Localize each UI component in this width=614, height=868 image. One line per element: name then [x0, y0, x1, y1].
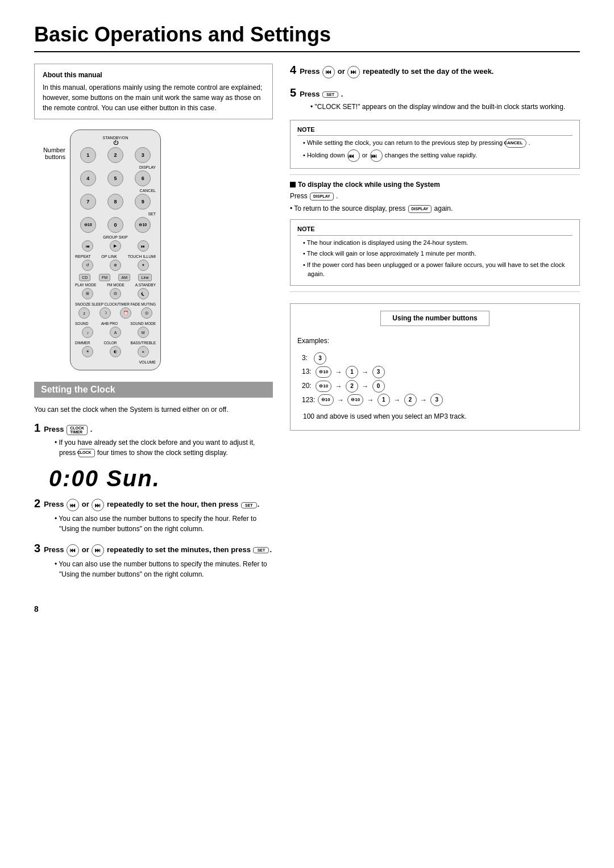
btn-fade: ◎ — [141, 307, 152, 319]
arrow-7: → — [393, 396, 400, 404]
volume-label: VOLUME — [75, 360, 156, 364]
set-label-remote: SET — [75, 212, 156, 216]
btn-astandby: ⏾ — [138, 288, 149, 299]
step-1: 1 Press CLOCKTIMER . • If you have alrea… — [34, 422, 273, 458]
sleep-label: SLEEP — [92, 302, 103, 306]
next-btn-inline-2: ⏭ — [92, 544, 104, 557]
note-2-line-2: • The clock will gain or lose approximat… — [303, 249, 572, 258]
color-label: COLOR — [103, 341, 117, 345]
setting-clock-intro: You can set the clock when the System is… — [34, 404, 273, 415]
step-1-bullet: • If you have already set the clock befo… — [55, 437, 273, 458]
arrow-4: → — [362, 382, 368, 390]
btn-10b: ⊖10 — [135, 217, 151, 233]
number-buttons-grid: 1 2 3 — [75, 147, 156, 163]
clock-timer-btn-inline: CLOCKTIMER — [67, 425, 88, 435]
arrow-8: → — [420, 396, 427, 404]
btn-circle-10c: ⊖10 — [318, 394, 334, 406]
extra-row-5: ☀ ◐ ≡ — [75, 346, 156, 358]
prev-btn-inline-2: ⏮ — [67, 544, 79, 557]
step-3-body: • You can also use the number buttons to… — [49, 559, 273, 579]
btn-circle-0a: 0 — [372, 380, 385, 393]
example-row-3: 3: 3 — [302, 351, 572, 365]
btn-clock: ⏰ — [120, 307, 131, 319]
prev-btn-note: ⏮ — [347, 149, 360, 162]
step-1-header: 1 Press CLOCKTIMER . — [34, 422, 273, 435]
set-btn-inline: SET — [241, 502, 257, 508]
note-title-2: NOTE — [297, 224, 572, 236]
group-skip-label: GROUP SKIP — [75, 235, 156, 239]
btn-cd: CD — [79, 274, 90, 281]
display-clock-section: To display the clock while using the Sys… — [290, 181, 580, 214]
num-box-title-wrap: Using the number buttons — [297, 311, 572, 331]
btn-circle-1a: 1 — [346, 366, 358, 378]
step-5: 5 Press SET . • "CLOCK SET!" appears on … — [290, 86, 580, 112]
about-box: About this manual In this manual, operat… — [34, 64, 273, 119]
step-3-header: 3 Press ⏮ or ⏭ repeatedly to set the min… — [34, 542, 273, 557]
number-buttons-grid-4: ⊖10 0 ⊖10 — [75, 217, 156, 233]
btn-0: 0 — [107, 217, 123, 233]
step-4: 4 Press ⏮ or ⏭ repeatedly to set the day… — [290, 64, 580, 78]
btn-dimmer: ☀ — [82, 346, 93, 357]
clock-display: 0:00 Sun. — [49, 466, 273, 491]
soundmode-label: SOUND MODE — [130, 322, 156, 326]
btn-sound: ♪ — [82, 327, 93, 338]
snooze-label: SNOOZE — [75, 302, 90, 306]
dimmer-label: DIMMER — [75, 341, 90, 345]
step-4-header: 4 Press ⏮ or ⏭ repeatedly to set the day… — [290, 64, 580, 78]
prev-btn-4: ⏮ — [322, 66, 335, 78]
op-link-label: OP LINK — [101, 254, 117, 258]
note-title-1: NOTE — [297, 125, 572, 136]
display-clock-text2: • To return to the source display, press… — [290, 203, 580, 214]
note-2-line-1: • The hour indication is displayed using… — [303, 238, 572, 248]
extra-row-1: ↺ ⊕ ✦ — [75, 260, 156, 272]
display-btn: DISPLAY — [310, 193, 334, 201]
step-2-body: • You can also use the number buttons to… — [49, 514, 273, 534]
btn-circle-10d: ⊖10 — [347, 394, 363, 406]
left-column: About this manual In this manual, operat… — [34, 64, 273, 587]
btn-circle-10b: ⊖10 — [316, 381, 331, 392]
set-btn-5: SET — [322, 91, 338, 98]
btn-prev: ⏮ — [82, 240, 93, 252]
step-5-body: • "CLOCK SET!" appears on the display wi… — [305, 102, 580, 112]
btn-soundmode: M — [138, 327, 149, 338]
btn-oplink: ⊕ — [110, 260, 121, 271]
prev-btn-inline: ⏮ — [67, 499, 79, 511]
btn-touch: ✦ — [138, 260, 149, 271]
cancel-label-remote: CANCEL — [75, 189, 156, 193]
btn-snooze: z — [78, 307, 90, 319]
next-btn-4: ⏭ — [347, 66, 360, 78]
standby-label: STANDBY/ON ⏻ — [75, 136, 156, 145]
step-5-header: 5 Press SET . — [290, 86, 580, 99]
about-title: About this manual — [43, 70, 264, 80]
btn-next: ⏭ — [138, 240, 149, 252]
next-btn-inline: ⏭ — [92, 499, 104, 511]
step-5-text: Press SET . — [300, 90, 343, 98]
btn-bass: ≡ — [138, 346, 149, 357]
display-label-remote: DISPLAY — [75, 165, 156, 169]
number-buttons-grid-2: 4 5 6 — [75, 170, 156, 186]
btn-playmode: ⊞ — [82, 288, 93, 299]
step-1-num: 1 — [34, 422, 40, 435]
page-title: Basic Operations and Settings — [34, 23, 580, 52]
step-3: 3 Press ⏮ or ⏭ repeatedly to set the min… — [34, 542, 273, 579]
play-mode-label: PLAY MODE — [75, 283, 96, 287]
btn-1: 1 — [80, 147, 96, 163]
step-3-num: 3 — [34, 542, 40, 555]
step-5-bullet: • "CLOCK SET!" appears on the display wi… — [310, 102, 580, 112]
divider-1 — [290, 174, 580, 175]
step-2-header: 2 Press ⏮ or ⏭ repeatedly to set the hou… — [34, 497, 273, 512]
step-2-num: 2 — [34, 497, 40, 510]
btn-circle-2b: 2 — [404, 394, 417, 406]
btn-line: Line — [138, 274, 151, 281]
right-column: 4 Press ⏮ or ⏭ repeatedly to set the day… — [290, 64, 580, 587]
arrow-3: → — [335, 382, 342, 390]
step-1-text: Press CLOCKTIMER . — [44, 425, 92, 435]
step-2: 2 Press ⏮ or ⏭ repeatedly to set the hou… — [34, 497, 273, 535]
btn-4: 4 — [80, 170, 96, 186]
btn-3: 3 — [135, 147, 151, 163]
sound-label: SOUND — [75, 322, 88, 326]
arrow-2: → — [362, 368, 368, 376]
arrow-6: → — [367, 396, 374, 404]
black-square-icon — [290, 182, 296, 187]
btn-5: 5 — [107, 170, 123, 186]
